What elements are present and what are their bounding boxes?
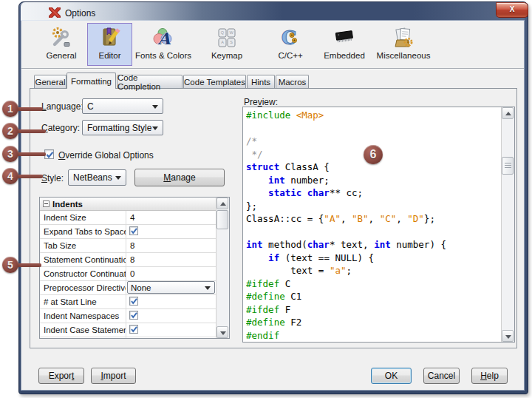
code-line: int method(char* text, int number) { (246, 238, 501, 252)
setting-value[interactable] (126, 337, 218, 339)
setting-checkbox[interactable] (129, 325, 138, 334)
language-label: Language: (41, 101, 83, 112)
tab-macros[interactable]: Macros (276, 75, 309, 88)
table-row[interactable]: Expand Tabs to Spaces (40, 225, 218, 239)
collapse-minus-icon[interactable] (43, 200, 50, 207)
tab-general[interactable]: General (34, 75, 66, 88)
manage-button[interactable]: Manage (134, 169, 225, 186)
preview-code-area[interactable]: #include <Map> /* */struct ClassA { int … (242, 107, 515, 343)
svg-text:Q: Q (221, 30, 225, 35)
import-button[interactable]: Import (91, 368, 136, 384)
help-button[interactable]: Help (471, 368, 508, 384)
scroll-down-button[interactable] (216, 326, 228, 338)
formatting-settings-table[interactable]: Indents Indent Size4Expand Tabs to Space… (39, 197, 230, 339)
language-select[interactable]: C (82, 98, 163, 114)
setting-label: Statement Continuation (40, 253, 126, 266)
code-line: int number; (246, 174, 501, 187)
embedded-icon (332, 26, 356, 50)
toolbar-label-editor: Editor (98, 51, 120, 60)
indents-group-header[interactable]: Indents (40, 198, 218, 211)
toolbar-label-embedded: Embedded (324, 51, 365, 60)
setting-value[interactable]: 0 (126, 267, 218, 280)
setting-value[interactable]: 8 (126, 253, 218, 266)
titlebar[interactable]: Options (21, 2, 525, 21)
window-title: Options (65, 8, 95, 18)
ok-button[interactable]: OK (371, 368, 412, 384)
callout-badge-3: 3 (2, 146, 18, 162)
tab-code-templates[interactable]: Code Templates (183, 75, 246, 88)
scrollbar-thumb[interactable] (216, 210, 228, 229)
code-line: static char** cc; (246, 186, 501, 200)
cancel-button[interactable]: Cancel (423, 368, 460, 384)
setting-checkbox[interactable] (129, 226, 138, 235)
preview-scrollbar[interactable] (501, 107, 514, 342)
cpp-icon: C (279, 26, 302, 50)
style-select[interactable]: NetBeans (68, 169, 126, 186)
table-row[interactable]: Preprocessor DirectiveNone (40, 281, 218, 295)
export-button[interactable]: Export (38, 368, 84, 384)
setting-checkbox[interactable] (129, 297, 138, 306)
indents-group-label: Indents (52, 200, 83, 209)
setting-value[interactable] (126, 309, 218, 323)
setting-value[interactable]: None (126, 281, 218, 294)
language-value: C (87, 101, 94, 112)
check-icon (45, 150, 55, 160)
setting-value[interactable] (126, 323, 218, 337)
options-dialog-screenshot: Options X General Editor A (0, 0, 532, 398)
chevron-down-icon (152, 105, 158, 109)
toolbar-item-fonts-colors[interactable]: A Fonts & Colors (130, 23, 197, 66)
toolbar-item-miscellaneous[interactable]: Miscellaneous (369, 23, 438, 66)
setting-label: Indent Case Statements (40, 323, 126, 337)
setting-value[interactable] (126, 225, 218, 238)
chevron-down-icon (205, 286, 211, 290)
svg-text:S: S (230, 40, 233, 44)
setting-value[interactable]: 4 (126, 211, 218, 224)
table-row[interactable]: Constructor Continuation0 (40, 267, 218, 281)
setting-label: Indent Namespaces (40, 309, 126, 323)
setting-label: Tab Size (40, 239, 126, 252)
code-line: #ifdef C (246, 277, 501, 291)
setting-label: Absolute Label Indent (40, 337, 126, 339)
table-row[interactable]: Absolute Label Indent (40, 337, 218, 339)
scroll-down-button[interactable] (502, 330, 514, 342)
code-line: text = "a"; (246, 264, 501, 277)
setting-value[interactable]: 8 (126, 239, 218, 252)
toolbar-item-keymap[interactable]: QWAS Keymap (201, 23, 253, 66)
code-editor-preview[interactable]: #include <Map> /* */struct ClassA { int … (246, 109, 501, 342)
tab-formatting[interactable]: Formatting (66, 72, 116, 89)
tab-hints[interactable]: Hints (247, 75, 275, 88)
fonts-colors-icon: A (151, 26, 175, 50)
toolbar-label-keymap: Keymap (211, 51, 242, 60)
setting-value[interactable] (126, 295, 218, 308)
toolbar-item-embedded[interactable]: Embedded (316, 23, 372, 66)
table-row[interactable]: Indent Case Statements (40, 323, 218, 337)
toolbar-item-cpp[interactable]: C C/C++ (263, 23, 318, 66)
table-row[interactable]: # at Start Line (40, 295, 218, 309)
scroll-up-button[interactable] (216, 198, 228, 209)
setting-label: Preprocessor Directive (40, 281, 126, 294)
table-scrollbar[interactable] (216, 198, 229, 338)
callout-badge-6: 6 (364, 145, 383, 164)
scrollbar-thumb[interactable] (502, 157, 514, 175)
code-line: if (text == NULL) { (246, 252, 501, 265)
setting-label: Expand Tabs to Spaces (40, 225, 126, 238)
setting-checkbox[interactable] (129, 311, 138, 320)
setting-dropdown[interactable]: None (127, 281, 215, 294)
table-row[interactable]: Indent Namespaces (40, 309, 218, 323)
table-row[interactable]: Indent Size4 (40, 211, 218, 225)
toolbar-label-miscellaneous: Miscellaneous (377, 51, 431, 60)
category-select[interactable]: Formatting Style (82, 120, 163, 135)
toolbar-item-general[interactable]: General (35, 23, 87, 66)
table-row[interactable]: Statement Continuation8 (40, 253, 218, 267)
window-red-x-icon (49, 7, 61, 18)
tab-code-completion[interactable]: Code Completion (117, 75, 183, 88)
svg-text:W: W (229, 30, 233, 35)
table-row[interactable]: Tab Size8 (40, 239, 218, 253)
svg-text:C: C (282, 27, 297, 49)
code-line: #endif (246, 329, 501, 343)
toolbar-item-editor[interactable]: Editor (87, 23, 132, 66)
code-line: #define F2 (246, 316, 501, 329)
close-button[interactable]: X (496, 2, 528, 18)
toolbar-separator (21, 68, 524, 69)
scroll-up-button[interactable] (502, 107, 514, 119)
